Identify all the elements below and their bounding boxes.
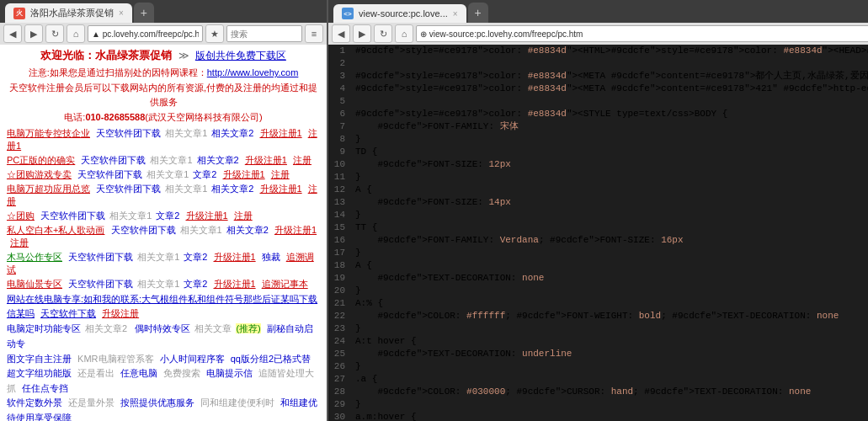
row5-title[interactable]: ☆团购: [7, 210, 35, 221]
row7-reg1[interactable]: 升级注册1: [214, 252, 256, 262]
row4-link1[interactable]: 天空软件团下载: [96, 184, 161, 194]
sl-sep3: KMR电脑程管系客: [77, 354, 153, 364]
left-address-bar[interactable]: [88, 25, 203, 42]
slink5[interactable]: 图文字自主注册: [7, 354, 72, 364]
slink7[interactable]: qq版分组2已格式替: [231, 354, 311, 364]
line-number: 1: [328, 45, 352, 57]
row1-title[interactable]: 电脑万能专控技企业: [7, 128, 90, 138]
row2-link2[interactable]: 相关文章2: [197, 155, 239, 165]
notice-url[interactable]: http://www.lovehy.com: [207, 67, 299, 77]
row6-reg1[interactable]: 升级注册1: [274, 225, 317, 235]
line-number: 25: [328, 348, 352, 360]
row7-link1[interactable]: 天空软件团下载: [68, 252, 133, 262]
line-content: }: [352, 360, 868, 373]
line-content: #9cdcfe">style=#ce9178">color: #e8834d">…: [352, 83, 868, 95]
slink12[interactable]: 软件定数外景: [7, 397, 62, 408]
code-line: 17}: [328, 247, 868, 259]
code-line: 4#9cdcfe">style=#ce9178">color: #e8834d"…: [328, 83, 868, 95]
right-tab-active[interactable]: <> view-source:pc.love... ×: [333, 4, 466, 23]
row6-title[interactable]: 私人空白本+私人歌动画: [7, 225, 104, 235]
code-line: 14}: [328, 209, 868, 221]
line-number: 28: [328, 386, 352, 398]
line-content: #9cdcfe">FONT-SIZE: 14px: [352, 196, 868, 209]
row5-reg1[interactable]: 升级注册1: [186, 210, 228, 221]
right-back-button[interactable]: ◀: [332, 24, 350, 43]
slink8[interactable]: 超文字组功能版: [7, 368, 72, 378]
highlight-link2[interactable]: 天空软件下载: [40, 308, 96, 318]
slink2[interactable]: 偶时特效专区: [135, 323, 190, 333]
highlight-reg[interactable]: 升级注册: [102, 308, 139, 318]
row5-link1[interactable]: 天空软件团下载: [40, 210, 105, 221]
row7-link2[interactable]: 文章2: [184, 252, 207, 262]
left-forward-button[interactable]: ▶: [24, 24, 43, 43]
slink9[interactable]: 任意电脑: [120, 368, 157, 378]
code-line: 21A:% {: [328, 297, 868, 310]
row1-link1[interactable]: 天空软件团下载: [96, 128, 161, 138]
row8-link1[interactable]: 天空软件团下载: [68, 279, 133, 289]
row6-link2[interactable]: 相关文章2: [226, 225, 269, 235]
row4-reg1[interactable]: 升级注册1: [260, 184, 302, 194]
left-refresh-button[interactable]: ↻: [45, 24, 64, 43]
row4-link2[interactable]: 相关文章2: [211, 184, 253, 194]
line-number: 30: [328, 411, 352, 421]
row2-reg2[interactable]: 注册: [293, 155, 312, 165]
row3-reg2[interactable]: 注册: [271, 169, 290, 179]
row8-link2[interactable]: 文章2: [184, 279, 207, 289]
freepc-link[interactable]: 版创共件免费下载区: [195, 50, 286, 61]
row6-reg2[interactable]: 注册: [10, 237, 29, 248]
slink6[interactable]: 小人时间程序客: [160, 354, 225, 364]
row5-link2[interactable]: 文章2: [156, 210, 179, 221]
row8-reg1[interactable]: 升级注册1: [214, 279, 256, 289]
right-address-bar[interactable]: [416, 25, 868, 42]
code-line: 30a.m:hover {: [328, 411, 868, 421]
row7-title[interactable]: 木马公作专区: [7, 252, 62, 262]
left-tab-active[interactable]: 火 洛阳水晶绿茶票促销 ×: [5, 3, 132, 23]
row6-link1[interactable]: 天空软件团下载: [111, 225, 176, 235]
right-home-button[interactable]: ⌂: [395, 24, 413, 43]
slink10[interactable]: 电脑提示信: [206, 368, 253, 378]
sep8: 相关文章1: [137, 279, 179, 289]
code-line: 20}: [328, 285, 868, 297]
line-number: 23: [328, 322, 352, 335]
row2-title[interactable]: PC正版的的确实: [7, 155, 75, 165]
slink1[interactable]: 电脑定时功能专区: [7, 323, 81, 333]
left-back-button[interactable]: ◀: [3, 24, 22, 43]
right-tab-newtab[interactable]: +: [468, 3, 488, 23]
sep2: 相关文章1: [150, 155, 192, 165]
phone-number: 010-82685588: [85, 112, 145, 122]
row5-reg2[interactable]: 注册: [234, 210, 253, 221]
game-title-link[interactable]: 欢迎光临：水晶绿茶票促销: [40, 49, 172, 61]
left-search-bar[interactable]: [226, 25, 302, 42]
left-star-button[interactable]: ★: [205, 24, 224, 43]
sl-sep4: 还是看出: [77, 368, 114, 378]
slink3-highlight[interactable]: (推荐): [236, 323, 260, 333]
row3-title[interactable]: ☆团购游戏专卖: [7, 169, 72, 179]
sl-sep5: 免费搜索: [163, 368, 200, 378]
row8-title[interactable]: 电脑仙景专区: [7, 279, 62, 289]
code-line: 22 #9cdcfe">COLOR: #ffffff; #9cdcfe">FON…: [328, 310, 868, 322]
row3-link1[interactable]: 天空软件团下载: [77, 169, 142, 179]
slink11[interactable]: 任住点专挡: [22, 383, 68, 393]
right-forward-button[interactable]: ▶: [353, 24, 371, 43]
row1-reg1[interactable]: 升级注册1: [260, 128, 302, 138]
right-tab-close[interactable]: ×: [453, 9, 458, 19]
left-favicon: 火: [13, 8, 25, 19]
slink13[interactable]: 按照提供优惠服务: [120, 397, 194, 408]
left-tab-close[interactable]: ×: [119, 8, 124, 18]
row3-reg1[interactable]: 升级注册1: [223, 169, 265, 179]
row-8: 电脑仙景专区 天空软件团下载 相关文章1 文章2 升级注册1 追溯记事本: [7, 278, 320, 290]
row8-log[interactable]: 追溯记事本: [262, 279, 308, 289]
row2-reg1[interactable]: 升级注册1: [245, 155, 287, 165]
row3-link2[interactable]: 文章2: [193, 169, 216, 179]
left-menu-button[interactable]: ≡: [305, 24, 323, 43]
left-tab-newtab[interactable]: +: [134, 3, 154, 23]
left-home-button[interactable]: ⌂: [67, 24, 85, 43]
left-browser-chrome: 火 洛阳水晶绿茶票促销 × +: [0, 0, 327, 23]
right-refresh-button[interactable]: ↻: [374, 24, 392, 43]
row7-link3[interactable]: 独裁: [262, 252, 280, 262]
special-link-row1: 电脑定时功能专区 相关文章2 偶时特效专区 相关文章 (推荐) 副秘自动启动专: [7, 322, 320, 351]
right-browser-chrome: <> view-source:pc.love... × +: [328, 0, 868, 23]
row2-link1[interactable]: 天空软件团下载: [81, 155, 146, 165]
row1-link2[interactable]: 相关文章2: [211, 128, 253, 138]
row4-title[interactable]: 电脑万超功应用总览: [7, 184, 90, 194]
